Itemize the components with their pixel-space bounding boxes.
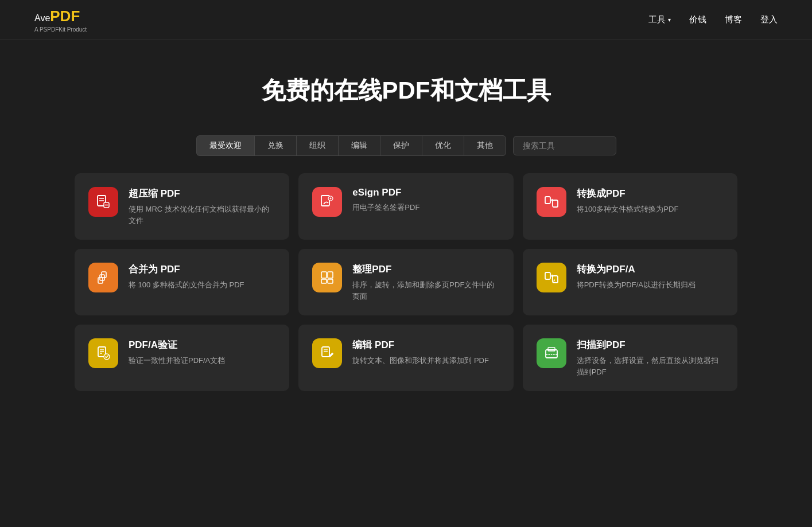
- tab-other[interactable]: 其他: [464, 135, 506, 156]
- edit-pdf-title: 编辑 PDF: [352, 338, 499, 352]
- convert-pdfa-title: 转换为PDF/A: [577, 263, 724, 276]
- tab-most-popular[interactable]: 最受欢迎: [196, 135, 254, 156]
- convert-to-pdf-title: 转换成PDF: [577, 187, 724, 200]
- tab-protect[interactable]: 保护: [380, 135, 422, 156]
- tool-card-edit-pdf[interactable]: 编辑 PDF 旋转文本、图像和形状并将其添加到 PDF: [298, 325, 513, 391]
- tool-grid: 超压缩 PDF 使用 MRC 技术优化任何文档以获得最小的文件 eSign PD…: [0, 173, 812, 414]
- merge-title: 合并为 PDF: [129, 263, 275, 276]
- svg-rect-17: [328, 279, 333, 283]
- logo-sub: A PSPDFKit Product: [34, 26, 87, 33]
- convert-to-pdf-info: 转换成PDF 将100多种文件格式转换为PDF: [577, 187, 724, 215]
- esign-desc: 用电子签名签署PDF: [352, 202, 499, 213]
- tab-convert[interactable]: 兑换: [254, 135, 296, 156]
- esign-title: eSign PDF: [352, 187, 499, 198]
- nav-blog[interactable]: 博客: [725, 14, 742, 25]
- compress-icon: [88, 187, 118, 217]
- nav-price[interactable]: 价钱: [689, 14, 706, 25]
- chevron-down-icon: ▾: [668, 17, 671, 23]
- nav-login[interactable]: 登入: [760, 14, 778, 25]
- merge-icon: [88, 263, 118, 292]
- hero-title: 免费的在线PDF和文档工具: [11, 75, 801, 107]
- nav-tools[interactable]: 工具 ▾: [648, 14, 671, 25]
- esign-icon: [312, 187, 342, 217]
- header: AvePDF A PSPDFKit Product 工具 ▾ 价钱 博客 登入: [0, 0, 812, 40]
- scan-to-pdf-icon: [537, 338, 566, 368]
- logo[interactable]: AvePDF A PSPDFKit Product: [34, 7, 87, 33]
- compress-desc: 使用 MRC 技术优化任何文档以获得最小的文件: [129, 204, 275, 226]
- edit-pdf-info: 编辑 PDF 旋转文本、图像和形状并将其添加到 PDF: [352, 338, 499, 366]
- tool-card-compress[interactable]: 超压缩 PDF 使用 MRC 技术优化任何文档以获得最小的文件: [75, 173, 289, 240]
- logo-pdf: PDF: [50, 7, 80, 25]
- convert-pdfa-desc: 将PDF转换为PDF/A以进行长期归档: [577, 279, 724, 291]
- compress-info: 超压缩 PDF 使用 MRC 技术优化任何文档以获得最小的文件: [129, 187, 275, 226]
- validate-pdfa-title: PDF/A验证: [129, 338, 275, 352]
- convert-pdfa-icon: A: [537, 263, 566, 292]
- esign-info: eSign PDF 用电子签名签署PDF: [352, 187, 499, 213]
- svg-rect-5: [321, 196, 329, 206]
- convert-to-pdf-desc: 将100多种文件格式转换为PDF: [577, 204, 724, 215]
- merge-desc: 将 100 多种格式的文件合并为 PDF: [129, 279, 275, 291]
- svg-text:A: A: [553, 279, 555, 282]
- tab-organize[interactable]: 组织: [296, 135, 338, 156]
- hero-section: 免费的在线PDF和文档工具: [0, 40, 812, 130]
- merge-info: 合并为 PDF 将 100 多种格式的文件合并为 PDF: [129, 263, 275, 291]
- edit-pdf-desc: 旋转文本、图像和形状并将其添加到 PDF: [352, 355, 499, 366]
- convert-pdfa-info: 转换为PDF/A 将PDF转换为PDF/A以进行长期归档: [577, 263, 724, 291]
- tool-card-convert-to-pdf[interactable]: 转换成PDF 将100多种文件格式转换为PDF: [523, 173, 737, 240]
- tool-card-organize[interactable]: 整理PDF 排序，旋转，添加和删除多页PDF文件中的页面: [298, 249, 513, 315]
- logo-ave: Ave: [34, 13, 50, 24]
- search-input[interactable]: [513, 136, 616, 155]
- validate-pdfa-info: PDF/A验证 验证一致性并验证PDF/A文档: [129, 338, 275, 366]
- tool-card-validate-pdfa[interactable]: PDF/A验证 验证一致性并验证PDF/A文档: [75, 325, 289, 391]
- svg-rect-10: [553, 200, 558, 207]
- convert-to-pdf-icon: [537, 187, 566, 217]
- scan-to-pdf-title: 扫描到PDF: [577, 338, 724, 352]
- scan-to-pdf-info: 扫描到PDF 选择设备，选择设置，然后直接从浏览器扫描到PDF: [577, 338, 724, 377]
- svg-rect-30: [548, 348, 555, 351]
- tool-card-merge[interactable]: 合并为 PDF 将 100 多种格式的文件合并为 PDF: [75, 249, 289, 315]
- svg-rect-15: [328, 272, 333, 278]
- tab-optimize[interactable]: 优化: [422, 135, 464, 156]
- svg-rect-16: [321, 279, 327, 283]
- organize-icon: [312, 263, 342, 292]
- tool-card-convert-pdfa[interactable]: A 转换为PDF/A 将PDF转换为PDF/A以进行长期归档: [523, 249, 737, 315]
- validate-pdfa-desc: 验证一致性并验证PDF/A文档: [129, 355, 275, 366]
- validate-pdfa-icon: [88, 338, 118, 368]
- tool-card-scan-to-pdf[interactable]: 扫描到PDF 选择设备，选择设置，然后直接从浏览器扫描到PDF: [523, 325, 737, 391]
- edit-pdf-icon: [312, 338, 342, 368]
- organize-desc: 排序，旋转，添加和删除多页PDF文件中的页面: [352, 279, 499, 302]
- organize-title: 整理PDF: [352, 263, 499, 276]
- compress-title: 超压缩 PDF: [129, 187, 275, 200]
- svg-rect-18: [545, 272, 550, 279]
- tool-card-esign[interactable]: eSign PDF 用电子签名签署PDF: [298, 173, 513, 240]
- organize-info: 整理PDF 排序，旋转，添加和删除多页PDF文件中的页面: [352, 263, 499, 302]
- scan-to-pdf-desc: 选择设备，选择设置，然后直接从浏览器扫描到PDF: [577, 355, 724, 377]
- tab-edit[interactable]: 编辑: [338, 135, 380, 156]
- main-nav: 工具 ▾ 价钱 博客 登入: [648, 14, 778, 25]
- filter-tabs: 最受欢迎 兑换 组织 编辑 保护 优化 其他: [196, 135, 506, 156]
- filter-bar: 最受欢迎 兑换 组织 编辑 保护 优化 其他: [0, 130, 812, 173]
- svg-rect-14: [321, 272, 327, 278]
- svg-rect-9: [545, 197, 550, 204]
